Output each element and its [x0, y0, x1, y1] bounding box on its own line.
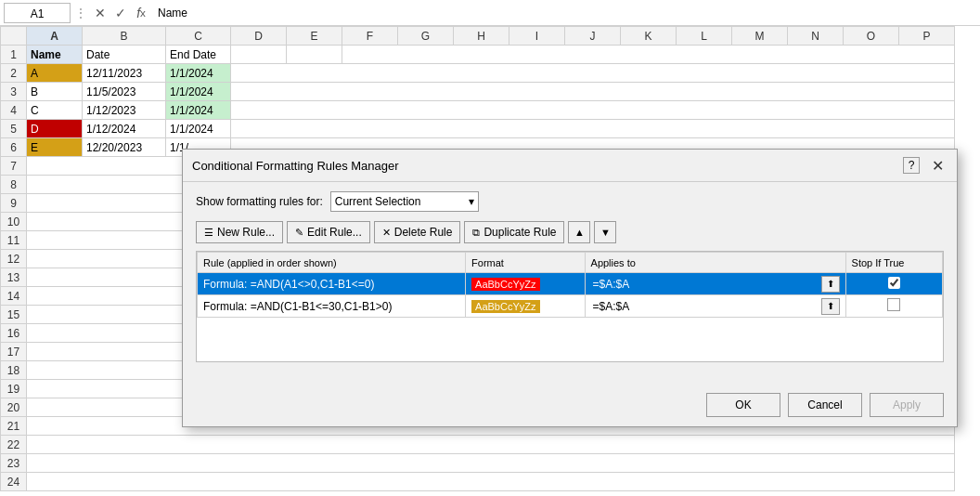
move-down-button[interactable]: ▼ — [594, 221, 616, 243]
cell-B6[interactable]: 12/20/2023 — [83, 138, 166, 157]
col-header-D[interactable]: D — [231, 27, 287, 46]
confirm-formula-icon[interactable]: ✓ — [111, 4, 130, 22]
rules-table-container: Rule (applied in order shown) Format App… — [196, 251, 944, 362]
row-header-12[interactable]: 12 — [1, 250, 27, 268]
row-header-20[interactable]: 20 — [1, 398, 27, 417]
col-header-I[interactable]: I — [509, 27, 565, 46]
edit-rule-button[interactable]: ✎ Edit Rule... — [287, 221, 370, 243]
dropdown-arrow-icon: ▾ — [469, 195, 474, 208]
cell-C5[interactable]: 1/1/2024 — [166, 120, 231, 138]
insert-function-icon[interactable]: fx — [132, 4, 150, 22]
applies-to-collapse-btn-2[interactable]: ⬆ — [821, 298, 840, 315]
apply-button[interactable]: Apply — [870, 393, 944, 417]
col-header-L[interactable]: L — [677, 27, 732, 46]
cancel-formula-icon[interactable]: ✕ — [91, 4, 110, 22]
row-header-14[interactable]: 14 — [1, 287, 27, 306]
row-header-5[interactable]: 5 — [1, 120, 27, 138]
row-header-11[interactable]: 11 — [1, 231, 27, 250]
col-header-O[interactable]: O — [844, 27, 899, 46]
row-header-4[interactable]: 4 — [1, 101, 27, 120]
col-header-N[interactable]: N — [788, 27, 844, 46]
applies-to-input-2[interactable] — [591, 298, 818, 315]
stop-if-true-checkbox-1[interactable] — [888, 277, 900, 289]
ok-button[interactable]: OK — [706, 393, 780, 417]
row-header-18[interactable]: 18 — [1, 361, 27, 380]
row-header-19[interactable]: 19 — [1, 380, 27, 398]
delete-rule-label: Delete Rule — [394, 226, 453, 239]
header-stop-if-true: Stop If True — [845, 253, 942, 273]
row-header-23[interactable]: 23 — [1, 454, 27, 473]
cell-ref-box[interactable]: A1 — [4, 3, 71, 23]
col-header-E[interactable]: E — [287, 27, 342, 46]
col-header-G[interactable]: G — [398, 27, 454, 46]
rule-row-1[interactable]: Formula: =AND(A1<>0,C1-B1<=0) AaBbCcYyZz… — [198, 273, 943, 295]
row-header-1[interactable]: 1 — [1, 46, 27, 64]
col-header-M[interactable]: M — [732, 27, 788, 46]
rule-format-1: AaBbCcYyZz — [466, 273, 585, 295]
row-header-15[interactable]: 15 — [1, 306, 27, 324]
cell-D1[interactable] — [231, 46, 287, 64]
row-header-24[interactable]: 24 — [1, 473, 27, 491]
row-header-16[interactable]: 16 — [1, 324, 27, 343]
delete-rule-button[interactable]: ✕ Delete Rule — [374, 221, 461, 243]
cell-B1[interactable]: Date — [83, 46, 166, 64]
rule-row-2[interactable]: Formula: =AND(C1-B1<=30,C1-B1>0) AaBbCcY… — [198, 295, 943, 318]
col-header-F[interactable]: F — [342, 27, 398, 46]
cell-A4[interactable]: C — [27, 101, 83, 120]
cell-C2[interactable]: 1/1/2024 — [166, 64, 231, 83]
col-header-P[interactable]: P — [899, 27, 955, 46]
new-rule-icon: ☰ — [204, 227, 213, 239]
cell-A5[interactable]: D — [27, 120, 83, 138]
formula-bar: A1 ⋮ ✕ ✓ fx — [0, 0, 980, 26]
cell-B4[interactable]: 1/12/2023 — [83, 101, 166, 120]
row-header-7[interactable]: 7 — [1, 157, 27, 176]
row-header-10[interactable]: 10 — [1, 213, 27, 231]
cell-B3[interactable]: 11/5/2023 — [83, 83, 166, 101]
formula-input[interactable] — [154, 3, 976, 23]
cell-C1[interactable]: End Date — [166, 46, 231, 64]
dialog-close-button[interactable]: ✕ — [927, 155, 948, 176]
move-up-button[interactable]: ▲ — [568, 221, 590, 243]
col-header-H[interactable]: H — [454, 27, 509, 46]
row-header-6[interactable]: 6 — [1, 138, 27, 157]
row-header-21[interactable]: 21 — [1, 417, 27, 436]
row-header-22[interactable]: 22 — [1, 436, 27, 454]
col-header-A[interactable]: A — [27, 27, 83, 46]
rule-stop-1 — [845, 273, 942, 295]
cell-B5[interactable]: 1/12/2024 — [83, 120, 166, 138]
cell-C3[interactable]: 1/1/2024 — [166, 83, 231, 101]
col-header-C[interactable]: C — [166, 27, 231, 46]
stop-if-true-checkbox-2[interactable] — [887, 298, 900, 311]
rule-applies-1: ⬆ — [585, 273, 845, 295]
dialog-help-button[interactable]: ? — [903, 157, 920, 174]
row-header-13[interactable]: 13 — [1, 268, 27, 287]
show-rules-dropdown[interactable]: Current Selection ▾ — [330, 191, 479, 212]
cell-A3[interactable]: B — [27, 83, 83, 101]
duplicate-rule-button[interactable]: ⧉ Duplicate Rule — [464, 221, 564, 243]
table-row: 3 B 11/5/2023 1/1/2024 — [1, 83, 955, 101]
show-rules-row: Show formatting rules for: Current Selec… — [196, 191, 944, 212]
col-header-B[interactable]: B — [83, 27, 166, 46]
cell-A1[interactable]: Name — [27, 46, 83, 64]
cell-E1[interactable] — [287, 46, 342, 64]
applies-to-input-1[interactable] — [591, 276, 818, 293]
table-row: 22 — [1, 436, 955, 454]
cell-A6[interactable]: E — [27, 138, 83, 157]
row-header-2[interactable]: 2 — [1, 64, 27, 83]
cancel-button[interactable]: Cancel — [788, 393, 862, 417]
col-header-K[interactable]: K — [621, 27, 677, 46]
rules-table-header: Rule (applied in order shown) Format App… — [198, 253, 943, 273]
header-rule: Rule (applied in order shown) — [198, 253, 466, 273]
cell-A2[interactable]: A — [27, 64, 83, 83]
row-header-9[interactable]: 9 — [1, 194, 27, 213]
col-header-J[interactable]: J — [565, 27, 621, 46]
row-header-8[interactable]: 8 — [1, 176, 27, 194]
dialog-title: Conditional Formatting Rules Manager — [192, 159, 399, 173]
applies-to-collapse-btn-1[interactable]: ⬆ — [821, 276, 840, 293]
cell-B2[interactable]: 12/11/2023 — [83, 64, 166, 83]
duplicate-rule-icon: ⧉ — [472, 227, 480, 239]
cell-C4[interactable]: 1/1/2024 — [166, 101, 231, 120]
row-header-17[interactable]: 17 — [1, 343, 27, 361]
row-header-3[interactable]: 3 — [1, 83, 27, 101]
new-rule-button[interactable]: ☰ New Rule... — [196, 221, 283, 243]
